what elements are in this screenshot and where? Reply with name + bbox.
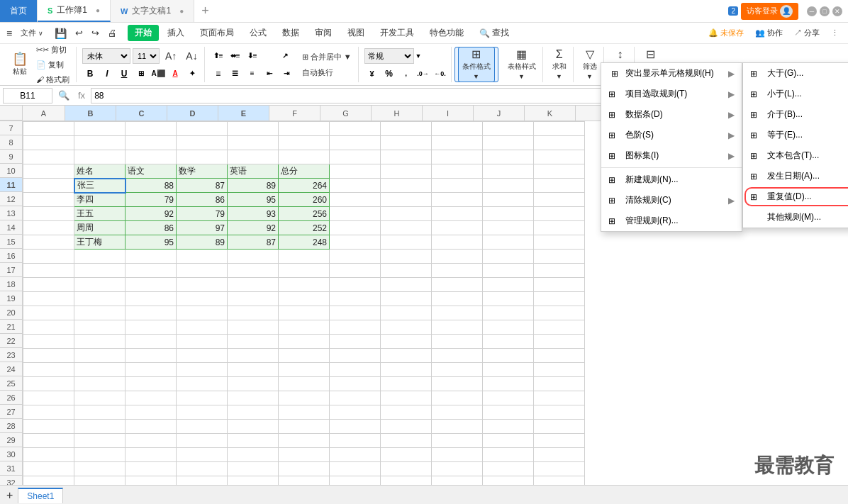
cell-I10[interactable] (432, 164, 483, 179)
cell-F10[interactable]: 总分 (279, 164, 330, 179)
cell-E8[interactable] (228, 136, 279, 150)
menu-item-color-scales[interactable]: ⊞ 色阶(S) ▶ (601, 125, 742, 145)
row-header-22[interactable]: 22 (0, 334, 22, 348)
cell-D20[interactable] (177, 306, 228, 320)
cell-B30[interactable] (74, 448, 125, 462)
cell-I18[interactable] (432, 278, 483, 292)
cell-K26[interactable] (534, 391, 585, 405)
auto-wrap-button[interactable]: 自动换行 (299, 66, 355, 79)
cell-I7[interactable] (432, 122, 483, 136)
row-header-15[interactable]: 15 (0, 235, 22, 249)
cell-F29[interactable] (279, 434, 330, 448)
row-header-11[interactable]: 11 (0, 178, 22, 192)
cell-D18[interactable] (177, 278, 228, 292)
currency-button[interactable]: ¥ (364, 66, 380, 82)
menu-item-manage-rules[interactable]: ⊞ 管理规则(R)... (601, 211, 742, 231)
cell-G22[interactable] (330, 335, 381, 349)
row-header-21[interactable]: 21 (0, 320, 22, 334)
menu-item-clear-rules[interactable]: ⊞ 清除规则(C) ▶ (601, 190, 742, 211)
cell-C13[interactable]: 92 (125, 207, 177, 221)
cell-I8[interactable] (432, 136, 483, 150)
cell-E30[interactable] (228, 448, 279, 462)
cell-I24[interactable] (432, 363, 483, 377)
cell-I21[interactable] (432, 320, 483, 335)
row-header-29[interactable]: 29 (0, 433, 22, 447)
cell-F12[interactable]: 260 (279, 193, 330, 207)
cell-E21[interactable] (228, 320, 279, 335)
cell-H11[interactable] (381, 179, 432, 193)
cell-B17[interactable] (74, 264, 125, 278)
cell-J30[interactable] (483, 448, 534, 462)
cell-G21[interactable] (330, 320, 381, 335)
cell-F23[interactable] (279, 349, 330, 363)
cell-J26[interactable] (483, 391, 534, 405)
cell-I12[interactable] (432, 193, 483, 207)
cell-C31[interactable] (125, 462, 177, 476)
cell-K12[interactable] (534, 193, 585, 207)
cell-G30[interactable] (330, 448, 381, 462)
cell-G12[interactable] (330, 193, 381, 207)
menu-item-data-bars[interactable]: ⊞ 数据条(D) ▶ (601, 104, 742, 125)
cell-C21[interactable] (125, 320, 177, 335)
cell-H24[interactable] (381, 363, 432, 377)
cell-A23[interactable] (23, 349, 74, 363)
cell-I29[interactable] (432, 434, 483, 448)
cell-G7[interactable] (330, 122, 381, 136)
col-header-K[interactable]: K (525, 106, 576, 121)
cell-D10[interactable]: 数学 (177, 164, 228, 179)
cell-E16[interactable] (228, 250, 279, 264)
cell-D7[interactable] (177, 122, 228, 136)
cell-F26[interactable] (279, 391, 330, 405)
cell-F30[interactable] (279, 448, 330, 462)
cell-A8[interactable] (23, 136, 74, 150)
row-header-23[interactable]: 23 (0, 348, 22, 362)
cell-H16[interactable] (381, 250, 432, 264)
cell-K23[interactable] (534, 349, 585, 363)
cell-E28[interactable] (228, 420, 279, 434)
clear-format-button[interactable]: ✦ (184, 66, 200, 82)
cell-B9[interactable] (74, 150, 125, 164)
cell-J28[interactable] (483, 420, 534, 434)
cell-D23[interactable] (177, 349, 228, 363)
cell-A16[interactable] (23, 250, 74, 264)
cell-E25[interactable] (228, 377, 279, 391)
row-header-14[interactable]: 14 (0, 220, 22, 235)
cell-G32[interactable] (330, 476, 381, 486)
cell-H25[interactable] (381, 377, 432, 391)
cell-H26[interactable] (381, 391, 432, 405)
cell-K27[interactable] (534, 405, 585, 420)
cell-A27[interactable] (23, 405, 74, 420)
tab-doc[interactable]: W 文字文稿1 ● (111, 0, 194, 22)
row-header-8[interactable]: 8 (0, 135, 22, 150)
col-header-H[interactable]: H (372, 106, 423, 121)
cell-C32[interactable] (125, 476, 177, 486)
cell-D17[interactable] (177, 264, 228, 278)
cell-D8[interactable] (177, 136, 228, 150)
cell-J8[interactable] (483, 136, 534, 150)
cell-C27[interactable] (125, 405, 177, 420)
col-header-A[interactable]: A (23, 106, 65, 121)
cell-E18[interactable] (228, 278, 279, 292)
tab-formula[interactable]: 公式 (242, 24, 274, 42)
cell-G13[interactable] (330, 207, 381, 221)
cell-J22[interactable] (483, 335, 534, 349)
maximize-button[interactable]: □ (820, 6, 830, 16)
align-left-button[interactable]: ≡ (211, 66, 226, 82)
cell-K16[interactable] (534, 250, 585, 264)
angle-button[interactable]: ↗ (277, 48, 293, 64)
col-header-C[interactable]: C (116, 106, 167, 121)
cell-K20[interactable] (534, 306, 585, 320)
cell-G16[interactable] (330, 250, 381, 264)
cell-B26[interactable] (74, 391, 125, 405)
cell-J27[interactable] (483, 405, 534, 420)
cell-B16[interactable] (74, 250, 125, 264)
col-header-J[interactable]: J (474, 106, 525, 121)
cell-B27[interactable] (74, 405, 125, 420)
cell-I15[interactable] (432, 235, 483, 250)
cell-F15[interactable]: 248 (279, 235, 330, 250)
tab-page-layout[interactable]: 页面布局 (193, 24, 241, 42)
col-header-E[interactable]: E (218, 106, 269, 121)
start-tab[interactable]: 开始 (128, 25, 159, 41)
cell-H14[interactable] (381, 221, 432, 235)
submenu-item-date-occurring[interactable]: ⊞ 发生日期(A)... (743, 166, 848, 186)
